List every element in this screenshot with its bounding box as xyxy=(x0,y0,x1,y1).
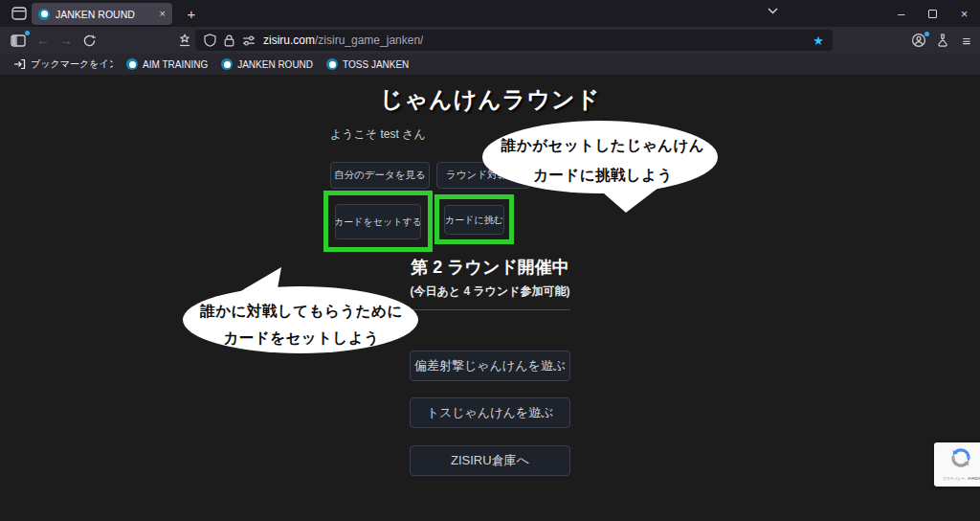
new-tab-button[interactable]: + xyxy=(182,4,201,23)
page-title: じゃんけんラウンド xyxy=(0,84,980,115)
round-quota-text: (今日あと 4 ラウンド参加可能) xyxy=(0,283,980,300)
recaptcha-privacy-terms[interactable]: プライバシー - 利用規約 xyxy=(943,477,971,483)
site-favicon xyxy=(126,58,138,70)
set-card-speech-bubble: 誰かに対戦してもらうために カードをセットしよう xyxy=(177,261,426,362)
tab-strip: JANKEN ROUND × + – × xyxy=(0,0,980,27)
maximize-button[interactable] xyxy=(917,0,948,27)
sidebar-toggle-icon[interactable] xyxy=(8,27,29,54)
my-data-button[interactable]: 自分のデータを見る xyxy=(330,162,430,189)
site-favicon xyxy=(221,58,233,70)
browser-window: { "colors": { "highlight_green": "#2fcc2… xyxy=(0,0,980,521)
set-card-button[interactable]: カードをセットする xyxy=(335,204,421,239)
tab-close-icon[interactable]: × xyxy=(160,9,166,19)
extension-button-icon[interactable] xyxy=(174,27,195,54)
reload-icon[interactable] xyxy=(78,27,100,54)
bookmark-label: AIM TRAINING xyxy=(143,59,208,70)
challenge-speech-bubble: 誰かがセットしたじゃんけん カードに挑戦しよう xyxy=(474,113,732,223)
bookmark-label: TOSS JANKEN xyxy=(343,59,409,70)
welcome-text: ようこそ test さん xyxy=(330,126,426,143)
firefox-view-icon[interactable] xyxy=(9,4,30,23)
list-all-tabs-icon[interactable] xyxy=(768,8,778,14)
bookmark-label: JANKEN ROUND xyxy=(237,59,313,70)
bubble-text: 誰かがセットしたじゃんけん xyxy=(474,136,732,156)
url-bar[interactable]: zisiru.com/zisiru_game_janken/ ★ xyxy=(195,30,833,51)
import-bookmarks-icon xyxy=(13,58,26,70)
bubble-text: 誰かに対戦してもらうために xyxy=(177,302,426,322)
recaptcha-badge[interactable]: プライバシー - 利用規約 xyxy=(934,442,980,487)
navigation-toolbar: ← → zisiru.com/zisiru_game_ja xyxy=(0,27,980,54)
notification-dot xyxy=(924,32,929,36)
url-domain: zisiru.com xyxy=(263,34,315,47)
bookmark-toss-janken[interactable]: TOSS JANKEN xyxy=(320,56,415,73)
site-favicon xyxy=(38,9,50,20)
bubble-text: カードをセットしよう xyxy=(177,328,426,349)
menu-icon[interactable]: ≡ xyxy=(956,27,977,54)
tab-title: JANKEN ROUND xyxy=(56,9,154,20)
zisiru-warehouse-button[interactable]: ZISIRU倉庫へ xyxy=(410,445,570,476)
account-icon[interactable] xyxy=(908,27,929,54)
window-controls: – × xyxy=(885,0,980,27)
bookmark-janken-round[interactable]: JANKEN ROUND xyxy=(214,56,320,73)
play-toss-janken-button[interactable]: トスじゃんけんを遊ぶ xyxy=(410,397,570,428)
bookmarks-bar: ブックマークをインポートす… AIM TRAINING JANKEN ROUND… xyxy=(0,54,980,75)
bookmark-import[interactable]: ブックマークをインポートす… xyxy=(7,56,120,73)
play-deviation-janken-button[interactable]: 偏差射撃じゃんけんを遊ぶ xyxy=(410,351,570,381)
bookmark-label: ブックマークをインポートす… xyxy=(31,57,113,71)
close-button[interactable]: × xyxy=(948,0,980,27)
url-text[interactable]: zisiru.com/zisiru_game_janken/ xyxy=(263,34,423,47)
bubble-text: カードに挑戦しよう xyxy=(474,166,732,186)
divider xyxy=(410,309,570,310)
recaptcha-logo-icon xyxy=(948,445,973,470)
shield-icon[interactable] xyxy=(204,34,216,47)
extension-flask-icon[interactable] xyxy=(932,27,953,54)
forward-icon[interactable]: → xyxy=(56,27,77,54)
site-favicon xyxy=(326,58,338,70)
maximize-icon xyxy=(928,10,937,18)
bookmark-star-icon[interactable]: ★ xyxy=(813,34,824,47)
back-icon[interactable]: ← xyxy=(33,27,54,54)
round-status-heading: 第 2 ラウンド開催中 xyxy=(0,256,980,279)
page-content: じゃんけんラウンド ようこそ test さん 自分のデータを見る ラウンド対戦 … xyxy=(0,75,980,521)
tab-janken-round[interactable]: JANKEN ROUND × xyxy=(32,3,172,25)
permissions-icon[interactable] xyxy=(242,35,256,46)
url-path: /zisiru_game_janken/ xyxy=(315,34,423,47)
bookmark-aim-training[interactable]: AIM TRAINING xyxy=(120,56,214,73)
minimize-button[interactable]: – xyxy=(885,0,917,27)
lock-icon[interactable] xyxy=(224,34,234,47)
notification-dot xyxy=(25,31,30,35)
